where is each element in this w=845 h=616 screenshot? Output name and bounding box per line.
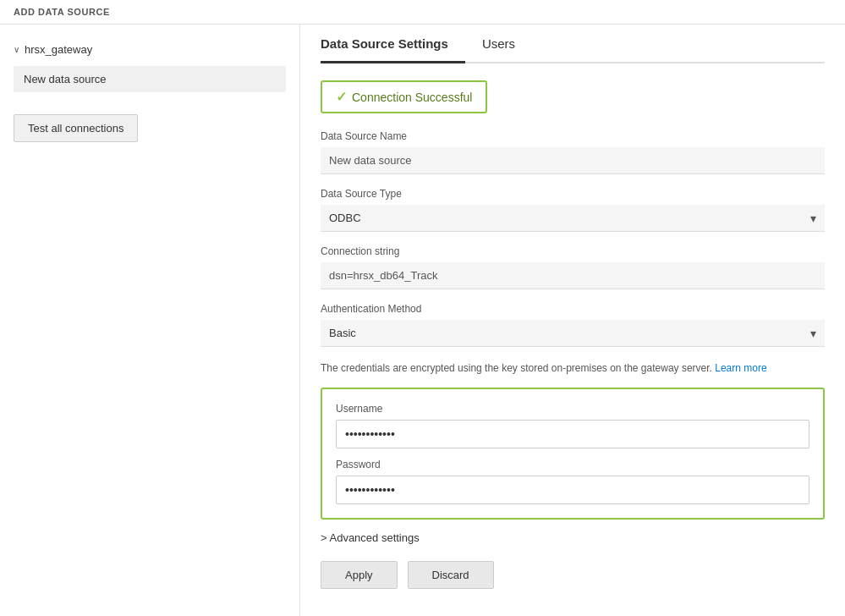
connection-status-text: Connection Successful	[352, 91, 472, 104]
discard-button[interactable]: Discard	[408, 561, 494, 589]
page-title: ADD DATA SOURCE	[14, 7, 110, 17]
password-field: Password	[336, 459, 809, 504]
datasource-name-section: Data Source Name	[321, 130, 825, 174]
advanced-settings-label: > Advanced settings	[321, 531, 420, 544]
tab-data-source-settings[interactable]: Data Source Settings	[321, 25, 465, 63]
datasource-type-section: Data Source Type ODBC SQL Server Analysi…	[321, 188, 825, 232]
datasource-type-select[interactable]: ODBC SQL Server Analysis Services	[321, 205, 825, 232]
apply-button[interactable]: Apply	[321, 561, 398, 589]
auth-method-select[interactable]: Basic Windows OAuth2	[321, 320, 825, 347]
connection-string-section: Connection string	[321, 245, 825, 289]
credentials-note-text: The credentials are encrypted using the …	[321, 362, 712, 374]
page-header: ADD DATA SOURCE	[0, 0, 845, 25]
auth-method-label: Authentication Method	[321, 303, 825, 315]
username-label: Username	[336, 403, 809, 415]
datasource-type-wrapper: ODBC SQL Server Analysis Services	[321, 205, 825, 232]
connection-string-input[interactable]	[321, 262, 825, 289]
tabs-bar: Data Source Settings Users	[321, 25, 825, 63]
auth-method-wrapper: Basic Windows OAuth2	[321, 320, 825, 347]
username-field: Username	[336, 403, 809, 448]
datasource-name-label: Data Source Name	[321, 130, 825, 142]
datasource-type-label: Data Source Type	[321, 188, 825, 200]
sidebar-gateway[interactable]: ∨ hrsx_gateway	[0, 38, 299, 61]
connection-string-label: Connection string	[321, 245, 825, 257]
datasource-name: New data source	[24, 73, 107, 85]
connection-success-badge: ✓ Connection Successful	[321, 80, 487, 113]
username-input[interactable]	[336, 420, 809, 448]
tab-users[interactable]: Users	[482, 25, 532, 63]
gateway-label: hrsx_gateway	[25, 43, 92, 56]
auth-method-section: Authentication Method Basic Windows OAut…	[321, 303, 825, 347]
password-label: Password	[336, 459, 809, 470]
test-all-connections-button[interactable]: Test all connections	[14, 114, 138, 142]
sidebar: ∨ hrsx_gateway New data source Test all …	[0, 25, 300, 616]
check-icon: ✓	[336, 89, 347, 105]
password-input[interactable]	[336, 476, 809, 504]
credentials-note: The credentials are encrypted using the …	[321, 360, 825, 376]
chevron-icon: ∨	[14, 45, 19, 54]
right-panel: Data Source Settings Users ✓ Connection …	[300, 25, 845, 616]
action-buttons: Apply Discard	[321, 561, 825, 589]
credentials-box: Username Password	[321, 388, 825, 520]
advanced-settings-toggle[interactable]: > Advanced settings	[321, 531, 825, 544]
datasource-name-input[interactable]	[321, 147, 825, 174]
sidebar-datasource-item[interactable]: New data source	[14, 66, 286, 92]
learn-more-link[interactable]: Learn more	[715, 362, 766, 374]
